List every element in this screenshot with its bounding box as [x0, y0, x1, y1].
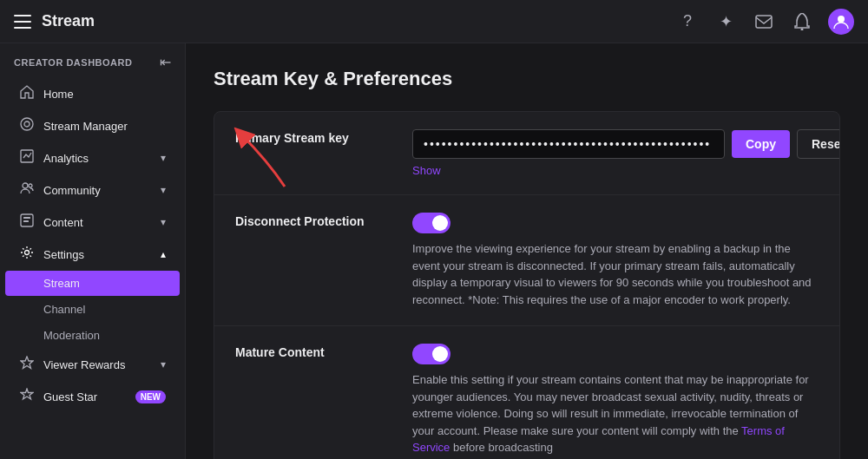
settings-chevron: ▴	[161, 248, 166, 260]
mature-content-description: Enable this setting if your stream conta…	[412, 371, 819, 456]
reset-button[interactable]: Reset	[797, 129, 840, 159]
svg-point-6	[23, 183, 28, 188]
sidebar-sub-item-stream[interactable]: Stream	[5, 271, 180, 296]
new-badge: NEW	[135, 390, 166, 403]
sidebar-item-guest-star[interactable]: Guest Star NEW	[5, 381, 180, 412]
analytics-icon	[19, 149, 35, 167]
sidebar-item-settings-label: Settings	[43, 248, 84, 261]
sidebar-header-label: CREATOR DASHBOARD	[14, 57, 132, 68]
sidebar-item-community-label: Community	[43, 184, 101, 197]
disconnect-protection-label: Disconnect Protection	[235, 213, 391, 228]
topbar-title: Stream	[42, 12, 95, 30]
sidebar: CREATOR DASHBOARD ⇤ Home Stream Manager	[0, 0, 186, 459]
svg-point-4	[24, 121, 30, 127]
sidebar-sub-item-moderation[interactable]: Moderation	[5, 323, 180, 348]
disconnect-protection-content: Improve the viewing experience for your …	[412, 213, 819, 308]
sidebar-item-content-label: Content	[43, 216, 83, 229]
copy-button[interactable]: Copy	[732, 130, 790, 158]
stream-key-content: Copy Reset Show	[412, 129, 840, 177]
mature-content-content: Enable this setting if your stream conta…	[412, 344, 819, 456]
disconnect-protection-toggle[interactable]	[412, 213, 819, 233]
sidebar-item-analytics[interactable]: Analytics ▾	[5, 142, 180, 174]
svg-marker-12	[21, 357, 33, 369]
guest-star-icon	[19, 388, 35, 405]
mature-content-row: Mature Content Enable this setting if yo…	[214, 326, 839, 459]
sidebar-sub-item-channel[interactable]: Channel	[5, 297, 180, 322]
page-title: Stream Key & Preferences	[214, 68, 840, 90]
sidebar-item-home[interactable]: Home	[5, 78, 180, 109]
content-icon	[19, 213, 35, 231]
sidebar-item-guest-star-label: Guest Star	[43, 390, 97, 403]
stream-key-row: Primary Stream key Copy Reset Show	[214, 112, 839, 195]
mail-icon[interactable]	[752, 10, 776, 34]
sidebar-item-stream-manager[interactable]: Stream Manager	[5, 110, 180, 141]
viewer-rewards-chevron: ▾	[161, 358, 166, 370]
notifications-icon[interactable]	[790, 10, 814, 34]
mature-toggle-track	[412, 344, 450, 364]
sidebar-item-analytics-label: Analytics	[43, 152, 89, 165]
svg-rect-10	[23, 220, 29, 222]
main: Stream Key & Preferences Primary Stream …	[186, 0, 868, 459]
help-icon[interactable]: ?	[675, 10, 700, 34]
main-content: Stream Key & Preferences Primary Stream …	[186, 43, 868, 459]
svg-point-1	[801, 28, 804, 30]
sidebar-header: CREATOR DASHBOARD ⇤	[0, 43, 185, 77]
content-chevron: ▾	[161, 216, 166, 228]
svg-rect-5	[21, 150, 33, 162]
svg-point-7	[29, 184, 32, 187]
svg-rect-0	[756, 16, 772, 28]
svg-point-11	[25, 251, 30, 255]
mature-content-description-end: before broadcasting	[450, 441, 553, 454]
stream-key-label: Primary Stream key	[235, 129, 391, 145]
disconnect-protection-description: Improve the viewing experience for your …	[412, 240, 819, 308]
viewer-rewards-icon	[19, 356, 35, 373]
sidebar-item-home-label: Home	[43, 88, 74, 101]
sidebar-sub-item-stream-label: Stream	[43, 277, 80, 290]
topbar: Stream ? ✦	[0, 0, 868, 43]
mature-content-toggle[interactable]	[412, 344, 819, 364]
community-icon	[19, 181, 35, 199]
topbar-icons: ? ✦	[675, 9, 854, 35]
sidebar-sub-item-moderation-label: Moderation	[43, 329, 100, 342]
svg-rect-9	[23, 217, 30, 219]
sidebar-item-viewer-rewards[interactable]: Viewer Rewards ▾	[5, 349, 180, 380]
sidebar-item-community[interactable]: Community ▾	[5, 174, 180, 206]
sidebar-item-content[interactable]: Content ▾	[5, 207, 180, 238]
stream-key-input-row: Copy Reset	[412, 129, 840, 159]
analytics-chevron: ▾	[161, 152, 166, 164]
show-link[interactable]: Show	[412, 164, 441, 177]
community-chevron: ▾	[161, 184, 166, 196]
svg-point-3	[21, 118, 33, 130]
settings-icon	[19, 246, 35, 263]
avatar[interactable]	[828, 9, 854, 35]
sidebar-sub-item-channel-label: Channel	[43, 303, 85, 316]
mature-content-label: Mature Content	[235, 344, 391, 359]
sidebar-collapse-icon[interactable]: ⇤	[160, 54, 171, 70]
settings-card: Primary Stream key Copy Reset Show Disco…	[214, 111, 840, 459]
sidebar-item-viewer-rewards-label: Viewer Rewards	[43, 358, 125, 371]
toggle-thumb	[432, 215, 448, 231]
disconnect-protection-row: Disconnect Protection Improve the viewin…	[214, 195, 839, 326]
sidebar-item-stream-manager-label: Stream Manager	[43, 120, 128, 133]
toggle-track	[412, 213, 450, 233]
mature-toggle-thumb	[432, 346, 448, 362]
topbar-left: Stream	[14, 12, 95, 30]
magic-icon[interactable]: ✦	[713, 10, 738, 34]
home-icon	[19, 85, 35, 102]
stream-manager-icon	[19, 117, 35, 134]
svg-point-2	[838, 16, 845, 23]
stream-key-input[interactable]	[412, 129, 725, 159]
hamburger-menu-icon[interactable]	[14, 15, 31, 29]
sidebar-item-settings[interactable]: Settings ▴	[5, 239, 180, 270]
